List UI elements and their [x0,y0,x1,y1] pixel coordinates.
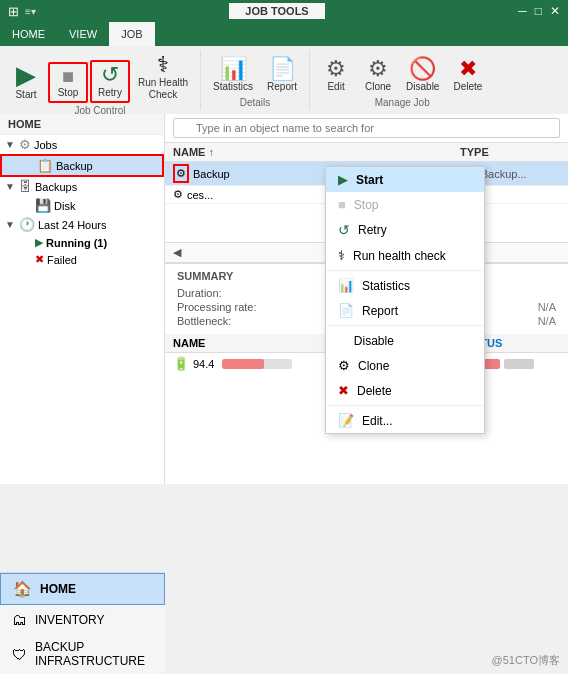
context-retry[interactable]: ↺ Retry [326,217,484,243]
sidebar-item-backup[interactable]: 📋 Backup [0,154,164,177]
context-edit[interactable]: 📝 Edit... [326,408,484,433]
list-header: NAME ↑ TYPE [165,143,568,162]
search-input[interactable] [173,118,560,138]
ribbon-tabs: HOME VIEW JOB [0,22,568,46]
backup-infra-icon: 🛡 [12,646,27,663]
maximize-btn[interactable]: □ [535,4,542,18]
name-column-header: NAME ↑ [173,146,460,158]
sidebar-item-backups[interactable]: ▼ 🗄 Backups [0,177,164,196]
context-stop-icon: ■ [338,197,346,212]
nav-home[interactable]: 🏠 HOME [0,573,165,605]
sidebar-item-last24[interactable]: ▼ 🕐 Last 24 Hours [0,215,164,234]
ribbon-tab-home[interactable]: HOME [0,22,57,46]
nav-backup-infra[interactable]: 🛡 BACKUP INFRASTRUCTURE [0,634,165,674]
context-disable[interactable]: ■ Disable [326,328,484,353]
context-start[interactable]: ▶ Start [326,167,484,192]
progress-bar [222,359,292,369]
context-health[interactable]: ⚕ Run health check [326,243,484,268]
scroll-left-btn[interactable]: ◀ [173,246,181,259]
ribbon-group-manage: ⚙ Edit ⚙ Clone 🚫 Disable ✖ Delete Manage… [310,50,494,110]
disk-icon: 💾 [35,198,51,213]
edit-button[interactable]: ⚙ Edit [316,56,356,95]
context-start-icon: ▶ [338,172,348,187]
context-report-icon: 📄 [338,303,354,318]
context-clone[interactable]: ⚙ Clone [326,353,484,378]
content-area: 🔍 NAME ↑ TYPE ⚙ Backup F [165,114,568,484]
backup-icon: 📋 [37,158,53,173]
ribbon-group-job-control: ▶ Start ■ Stop ↺ Retry ⚕ Run HealthCheck… [0,50,201,110]
context-disable-icon: ■ [338,333,346,348]
clone-button[interactable]: ⚙ Clone [358,56,398,95]
context-stop[interactable]: ■ Stop [326,192,484,217]
context-retry-icon: ↺ [338,222,350,238]
ribbon-tab-view[interactable]: VIEW [57,22,109,46]
delete-button[interactable]: ✖ Delete [447,56,488,95]
type-column-header: TYPE [460,146,560,158]
context-statistics-icon: 📊 [338,278,354,293]
health-check-button[interactable]: ⚕ Run HealthCheck [132,52,194,103]
sidebar: HOME ▼ ⚙ Jobs 📋 Backup ▼ 🗄 Backups 💾 Di [0,114,165,484]
start-button[interactable]: ▶ Start [6,60,46,103]
details-label: Details [240,97,271,108]
context-statistics[interactable]: 📊 Statistics [326,273,484,298]
ribbon-group-details: 📊 Statistics 📄 Report Details [201,50,310,110]
nav-inventory[interactable]: 🗂 INVENTORY [0,605,165,634]
context-delete[interactable]: ✖ Delete [326,378,484,403]
sidebar-item-disk[interactable]: 💾 Disk [0,196,164,215]
row-gear-icon2: ⚙ [173,188,183,201]
title-bar-tab: JOB TOOLS [229,3,324,19]
separator1 [326,270,484,271]
nav-bar: 🏠 HOME 🗂 INVENTORY 🛡 BACKUP INFRASTRUCTU… [0,572,165,674]
last24-icon: 🕐 [19,217,35,232]
disable-button[interactable]: 🚫 Disable [400,56,445,95]
backups-icon: 🗄 [19,179,32,194]
context-delete-icon: ✖ [338,383,349,398]
home-icon: 🏠 [13,580,32,598]
separator2 [326,325,484,326]
sidebar-item-running[interactable]: ▶ Running (1) [0,234,164,251]
sidebar-section-home: HOME [0,114,164,135]
sidebar-item-failed[interactable]: ✖ Failed [0,251,164,268]
jobs-icon: ⚙ [19,137,31,152]
context-report[interactable]: 📄 Report [326,298,484,323]
separator3 [326,405,484,406]
inventory-icon: 🗂 [12,611,27,628]
stop-button[interactable]: ■ Stop [48,62,88,103]
row-gear-icon: ⚙ [173,164,189,183]
search-bar: 🔍 [165,114,568,143]
battery-icon: 🔋 [173,356,189,371]
report-button[interactable]: 📄 Report [261,56,303,95]
title-bar: ⊞ ≡▾ JOB TOOLS ─ □ ✕ [0,0,568,22]
ribbon-content: ▶ Start ■ Stop ↺ Retry ⚕ Run HealthCheck… [0,46,568,114]
retry-button[interactable]: ↺ Retry [90,60,130,103]
sidebar-item-jobs[interactable]: ▼ ⚙ Jobs [0,135,164,154]
watermark: @51CTO博客 [492,653,560,668]
minimize-btn[interactable]: ─ [518,4,527,18]
app-icon: ⊞ [8,4,19,19]
ribbon-tab-job[interactable]: JOB [109,22,154,46]
statistics-button[interactable]: 📊 Statistics [207,56,259,95]
context-clone-icon: ⚙ [338,358,350,373]
context-menu: ▶ Start ■ Stop ↺ Retry ⚕ Run health chec… [325,166,485,434]
running-icon: ▶ [35,236,43,249]
app-title: ≡▾ [25,6,36,17]
close-btn[interactable]: ✕ [550,4,560,18]
failed-icon: ✖ [35,253,44,266]
context-health-icon: ⚕ [338,248,345,263]
context-edit-icon: 📝 [338,413,354,428]
manage-job-label: Manage Job [375,97,430,108]
